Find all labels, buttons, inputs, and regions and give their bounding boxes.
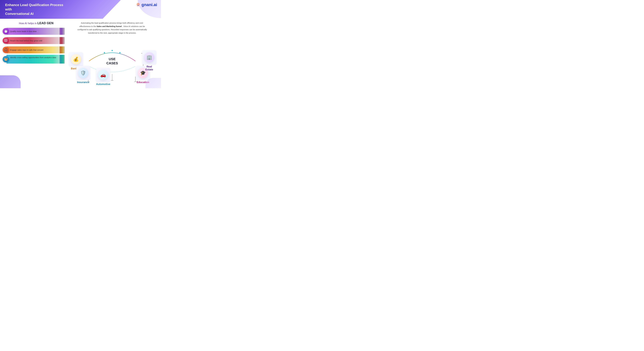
description-bold: Sales and Marketing funnel: [97, 25, 122, 28]
svg-point-7: [119, 52, 120, 53]
ribbon-item-4: 🧺 Identify cross-selling opportunities f…: [2, 55, 64, 63]
header-title-line1: Enhance Lead Qualification Process with: [5, 3, 63, 11]
use-cases-diagram: USECASES 💰 Banking 🛡️ Insurance: [67, 36, 157, 86]
left-panel-title: How AI helps in LEAD GEN: [2, 21, 64, 25]
bottom-left-decoration: [0, 75, 21, 88]
ribbon-item-3: 🎧 Engage sales reps In calls that conver…: [2, 46, 64, 54]
svg-point-6: [104, 52, 105, 53]
main-content: How AI helps in LEAD GEN ⏱️ Qualify more…: [0, 19, 161, 88]
ribbon-body-3: Engage sales reps In calls that convert: [6, 46, 64, 53]
ribbon-body-2: Reach the lead before they grow cold: [6, 37, 64, 44]
svg-point-5: [112, 50, 113, 51]
automotive-label: Automotive: [96, 83, 110, 86]
ribbon-text-4: Identify cross-selling opportunities fro…: [10, 56, 56, 58]
realestate-icon: 🏢: [144, 52, 154, 62]
automotive-icon: 🚗: [98, 70, 108, 80]
logo-area: gnani.ai: [136, 2, 157, 7]
ribbon-text-3: Engage sales reps In calls that convert: [10, 49, 44, 51]
insurance-label: Insurance: [77, 81, 89, 84]
ribbon-body-4: Identify cross-selling opportunities fro…: [6, 55, 64, 64]
banking-card: 💰: [69, 52, 83, 66]
insurance-icon: 🛡️: [78, 68, 88, 78]
logo-icon: [136, 2, 140, 7]
automotive-card: 🚗: [96, 68, 110, 82]
title-prefix: How AI helps in: [19, 22, 37, 25]
ribbon-body-1: Qualify more leads In less time: [6, 28, 64, 35]
use-case-insurance: 🛡️ Insurance: [76, 66, 90, 84]
svg-point-2: [138, 4, 138, 5]
svg-point-4: [5, 40, 6, 41]
right-panel: Automating the lead qualification proces…: [67, 21, 157, 86]
header-title-line2: Conversational AI: [5, 12, 34, 16]
page-wrapper: Enhance Lead Qualification Process with …: [0, 0, 161, 88]
realestate-card: 🏢: [142, 50, 156, 64]
svg-rect-3: [4, 39, 7, 41]
use-cases-center: USECASES: [106, 57, 118, 65]
use-case-automotive: 🚗 Automotive: [96, 68, 110, 86]
use-case-realestate: 🏢 RealEstate: [142, 50, 156, 71]
realestate-label: RealEstate: [145, 65, 153, 71]
banking-icon: 💰: [71, 54, 81, 64]
ribbon-text-1: Qualify more leads In less time: [10, 30, 36, 32]
ribbon-text-2: Reach the lead before they grow cold: [10, 40, 42, 42]
description-text: Automating the lead qualification proces…: [75, 21, 150, 34]
ribbon-item-2: Reach the lead before they grow cold: [2, 36, 64, 44]
ribbon-list: ⏱️ Qualify more leads In less time: [2, 27, 64, 63]
use-cases-label: USECASES: [106, 57, 118, 65]
insurance-card: 🛡️: [76, 66, 90, 80]
header: Enhance Lead Qualification Process with …: [0, 0, 121, 19]
title-bold: LEAD GEN: [38, 21, 54, 25]
logo-text: gnani.ai: [142, 2, 157, 7]
ribbon-item-1: ⏱️ Qualify more leads In less time: [2, 27, 64, 35]
header-title: Enhance Lead Qualification Process with …: [5, 3, 67, 16]
